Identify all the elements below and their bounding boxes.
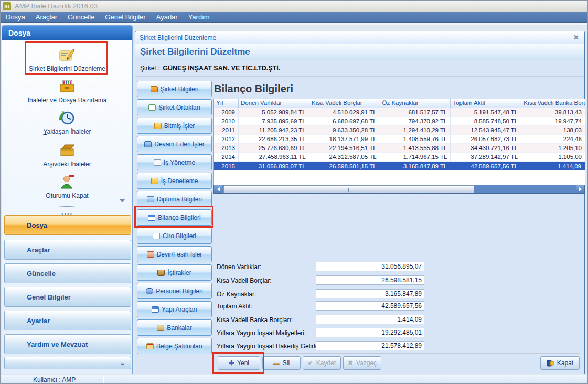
button-separator bbox=[215, 353, 580, 354]
status-bar: Kullanıcı : AMP bbox=[1, 375, 587, 384]
col-yil[interactable]: Yıl bbox=[214, 99, 239, 108]
accordion-ayarlar[interactable]: Ayarlar bbox=[4, 311, 131, 330]
exit-door-icon bbox=[547, 360, 554, 367]
oz-kaynaklar-label: Öz Kaynaklar: bbox=[217, 291, 256, 298]
sidebar-item-label: Şirket Bilgilerini Düzenleme bbox=[29, 65, 105, 72]
nav-sirket-ortaklari[interactable]: Şirket Ortakları bbox=[137, 99, 212, 115]
company-book-icon bbox=[151, 86, 158, 92]
accordion-collapse-bar[interactable]: ⌄ bbox=[4, 357, 131, 369]
col-kisa-vadeli-banka-borclari[interactable]: Kısa Vadeli Banka Borçları bbox=[521, 99, 585, 108]
sidebar-item-label: Arşivdeki İhaleler bbox=[43, 161, 91, 168]
yeni-button[interactable]: ✚Yeni bbox=[218, 356, 260, 370]
company-label: Şirket : bbox=[140, 65, 159, 72]
kisa-vadeli-borclar-input[interactable]: 26.598.581,15 bbox=[316, 275, 424, 285]
edit-note-icon bbox=[58, 47, 76, 63]
list-icon bbox=[148, 104, 156, 111]
accordion-araclar[interactable]: Araçlar bbox=[4, 240, 131, 260]
nav-yapi-araclari[interactable]: Yapı Araçları bbox=[137, 301, 212, 317]
col-donen-varliklar[interactable]: Dönen Varlıklar bbox=[239, 99, 309, 108]
hakedis-gelirleri-input[interactable]: 21.578.412,89 bbox=[316, 341, 424, 350]
kaydet-button[interactable]: ✔Kaydet bbox=[303, 356, 341, 370]
stacked-windows-icon bbox=[147, 196, 154, 202]
scroll-right-icon[interactable] bbox=[576, 185, 584, 193]
sidebar-item-ihaleler-ve-dosya-hazirlama[interactable]: İhaleler ve Dosya Hazırlama bbox=[2, 78, 132, 104]
menu-dosya[interactable]: Dosya bbox=[1, 13, 30, 21]
dialog-title-bar: Şirket Bilgilerini Düzenleme ✕ bbox=[135, 31, 584, 44]
table-row[interactable]: 201427.458.963,11 TL24.312.587,05 TL1.71… bbox=[214, 153, 585, 162]
table-row[interactable]: 20095.052.989,84 TL4.510.029,91 TL681.51… bbox=[214, 108, 585, 117]
vazgec-button[interactable]: ✖Vazgeç bbox=[343, 356, 381, 370]
sidebar-panel: Dosya Şirket Bilgilerini Düzenleme bbox=[2, 25, 133, 374]
document-icon bbox=[153, 233, 160, 239]
nav-is-denetleme[interactable]: İş Denetleme bbox=[137, 173, 212, 189]
company-row: Şirket : GÜNEŞ İNŞAAT SAN. VE TİC.LTD.ŞT… bbox=[135, 60, 584, 77]
kapat-button[interactable]: Kapat bbox=[540, 356, 580, 370]
nav-bitmis-isler[interactable]: Bitmiş İşler bbox=[137, 118, 212, 134]
nav-is-yonetme[interactable]: İş Yönetme bbox=[137, 154, 212, 170]
accordion-dosya[interactable]: Dosya bbox=[4, 215, 131, 235]
accordion-yardim-ve-mevzuat[interactable]: Yardım ve Mevzuat bbox=[4, 334, 131, 354]
nav-istirakler[interactable]: İştirakler bbox=[137, 264, 212, 281]
sidebar-item-sirket-bilgilerini-duzenleme[interactable]: Şirket Bilgilerini Düzenleme bbox=[2, 47, 132, 72]
table-header-row: Yıl Dönen Varlıklar Kısa Vadeli Borçlar … bbox=[214, 99, 585, 108]
nav-bilanco-bilgileri[interactable]: Bilanço Bilgileri bbox=[137, 209, 212, 226]
toplam-aktif-input[interactable]: 42.589.657,56 bbox=[316, 301, 424, 311]
menu-genel-bilgiler[interactable]: Genel Bilgiler bbox=[100, 13, 151, 21]
kisa-vadeli-banka-borclari-input[interactable]: 1.414,09 bbox=[316, 315, 424, 324]
accordion-guncelle[interactable]: Güncelle bbox=[4, 263, 131, 283]
menu-bar: Dosya Araçlar Güncelle Genel Bilgiler Ay… bbox=[1, 12, 587, 23]
bilanco-table: Yıl Dönen Varlıklar Kısa Vadeli Borçlar … bbox=[213, 99, 585, 194]
dialog-heading: Şirket Bilgilerini Düzeltme bbox=[135, 44, 584, 60]
hakedis-gelirleri-label: Yıllara Yaygın İnşaat Hakediş Gelirleri: bbox=[217, 343, 324, 350]
sidebar-header: Dosya bbox=[2, 26, 132, 40]
col-oz-kaynaklar[interactable]: Öz Kaynaklar bbox=[380, 99, 451, 108]
menu-araclar[interactable]: Araçlar bbox=[30, 13, 62, 21]
table-horizontal-scrollbar[interactable] bbox=[213, 185, 585, 194]
nav-devam-eden-isler[interactable]: Devam Eden İşler bbox=[137, 136, 212, 152]
collapse-arrow-icon[interactable] bbox=[120, 199, 125, 202]
scroll-left-icon[interactable] bbox=[214, 185, 222, 193]
scrollbar-thumb[interactable] bbox=[223, 185, 474, 193]
nav-personel-bilgileri[interactable]: Personel Bilgileri bbox=[137, 283, 212, 299]
dialog-title: Şirket Bilgilerini Düzenleme bbox=[140, 34, 216, 41]
folder-icon bbox=[154, 123, 162, 129]
nav-devir-fesih-isler[interactable]: Devir/Fesih İşler bbox=[137, 246, 212, 262]
nav-sirket-bilgileri[interactable]: Şirket Bilgileri bbox=[137, 81, 212, 97]
toplam-aktif-label: Toplam Aktif: bbox=[217, 303, 252, 310]
table-row[interactable]: 201325.776.630,69 TL22.194.516,51 TL1.41… bbox=[214, 144, 585, 153]
card-index-icon bbox=[157, 325, 164, 331]
accordion-genel-bilgiler[interactable]: Genel Bilgiler bbox=[4, 287, 131, 307]
col-toplam-aktif[interactable]: Toplam Aktif bbox=[451, 99, 521, 108]
table-row[interactable]: 201222.686.213,35 TL18.137.571,99 TL1.40… bbox=[214, 135, 585, 144]
menu-ayarlar[interactable]: Ayarlar bbox=[151, 13, 183, 21]
x-icon: ✖ bbox=[348, 360, 353, 366]
sidebar-item-oturumu-kapat[interactable]: Oturumu Kapat bbox=[2, 174, 132, 199]
sidebar-item-label: Oturumu Kapat bbox=[46, 192, 88, 199]
transfer-icon bbox=[147, 251, 154, 258]
table-window-icon bbox=[148, 215, 155, 221]
insaat-maliyetleri-input[interactable]: 19.292.485,01 bbox=[316, 328, 424, 337]
insaat-maliyetleri-label: Yıllara Yaygın İnşaat Maliyetleri: bbox=[217, 329, 306, 337]
table-row[interactable]: 20107.935.895,69 TL6.680.697,68 TL794.37… bbox=[214, 117, 585, 126]
col-kisa-vadeli-borclar[interactable]: Kısa Vadeli Borçlar bbox=[309, 99, 380, 108]
sidebar-item-yaklasan-ihaleler[interactable]: Yaklaşan İhaleler bbox=[2, 110, 132, 135]
scrollbar-track[interactable] bbox=[474, 185, 576, 193]
sirket-bilgileri-dialog: Şirket Bilgilerini Düzenleme ✕ Şirket Bi… bbox=[135, 31, 585, 374]
table-row[interactable]: 201111.205.942,23 TL9.633.350,28 TL1.294… bbox=[214, 126, 585, 135]
nav-diploma-bilgileri[interactable]: Diploma Bilgileri bbox=[137, 191, 212, 207]
nav-ciro-bilgileri[interactable]: Ciro Bilgileri bbox=[137, 228, 212, 244]
sidebar-item-arsivdeki-ihaleler[interactable]: Arşivdeki İhaleler bbox=[2, 142, 132, 168]
table-row-selected[interactable]: 201531.056.895,07 TL26.598.581,15 TL3.16… bbox=[214, 162, 585, 170]
sidebar-item-label: İhaleler ve Dosya Hazırlama bbox=[28, 97, 107, 104]
template-folder-icon bbox=[146, 343, 154, 349]
oz-kaynaklar-input[interactable]: 3.165.847,89 bbox=[316, 289, 424, 298]
menu-yardim[interactable]: Yardım bbox=[183, 13, 215, 21]
close-icon[interactable]: ✕ bbox=[573, 34, 579, 41]
sil-button[interactable]: ▬Sil bbox=[262, 356, 301, 370]
nav-belge-sablonlari[interactable]: Belge Şablonları bbox=[137, 338, 212, 354]
donen-varliklar-input[interactable]: 31.056.895,07 bbox=[316, 262, 424, 271]
nav-bankalar[interactable]: Bankalar bbox=[137, 319, 212, 336]
check-icon: ✔ bbox=[308, 360, 313, 366]
menu-guncelle[interactable]: Güncelle bbox=[62, 13, 100, 21]
minus-icon: ▬ bbox=[273, 360, 280, 366]
